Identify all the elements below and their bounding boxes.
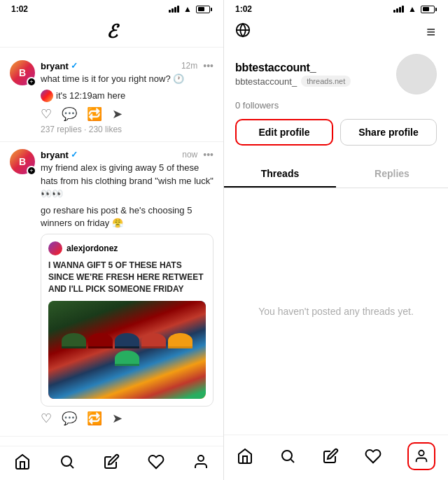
post-2: B + bryant ✓ now ••• my friend a [0,142,223,436]
edit-profile-button[interactable]: Edit profile [235,119,333,146]
reply-avatar-1 [41,90,53,102]
threads-badge: threads.net [301,76,351,87]
battery-icon-right [421,6,437,13]
right-top-bar: ≡ [224,17,448,47]
wifi-icon-right: ▲ [408,4,416,14]
inner-text: I WANNA GIFT 5 OF THESE HATS SINCE WE'RE… [48,260,206,295]
svg-line-6 [291,460,294,463]
nav-heart-left[interactable] [148,453,164,470]
repost-icon-1[interactable]: 🔁 [87,106,102,122]
wifi-icon: ▲ [183,4,192,14]
tab-replies[interactable]: Replies [336,161,448,188]
right-panel: 1:02 ▲ ≡ bbtestaccount_ bbtestaccount_ [224,0,448,480]
nav-search-right[interactable] [279,448,296,465]
nav-heart-right[interactable] [365,448,382,465]
left-top-bar: ℰ [0,17,223,48]
nav-home-right[interactable] [237,448,253,465]
post-text-2a: my friend alex is giving away 5 of these… [41,162,214,200]
avatar-plus-2[interactable]: + [27,166,36,176]
nav-profile-right-active[interactable] [407,442,435,470]
profile-tabs: Threads Replies [224,161,448,188]
profile-section: bbtestaccount_ bbtestaccount_ threads.ne… [224,47,448,153]
avatar-plus-1[interactable]: + [27,77,36,87]
status-bar-left: 1:02 ▲ [0,0,223,17]
profile-handle: bbtestaccount_ [235,76,297,87]
empty-state: You haven't posted any threads yet. [224,188,448,435]
tab-threads[interactable]: Threads [224,161,336,188]
menu-icon[interactable]: ≡ [426,23,437,41]
share-profile-button[interactable]: Share profile [340,119,437,146]
share-icon-2[interactable]: ➤ [112,411,122,426]
avatar-wrap-1: B + [10,60,35,85]
inner-username: alexjordonez [66,243,118,253]
verified-icon-1: ✓ [71,61,78,71]
nav-search-left[interactable] [59,453,76,470]
svg-point-7 [419,451,424,456]
inner-avatar [48,241,62,255]
post-time-2: now [182,150,197,160]
nav-compose-right[interactable] [322,448,339,465]
svg-point-5 [282,451,292,460]
hat-image [48,301,206,399]
nav-profile-left[interactable] [192,453,209,470]
svg-point-2 [198,456,204,461]
profile-buttons: Edit profile Share profile [235,119,437,146]
post-question-1: what time is it for you right now? 🕐 [41,73,214,85]
post-username-2[interactable]: bryant ✓ [41,150,78,160]
profile-avatar [396,54,437,94]
reply-bubble-1: it's 12:19am here [41,90,214,102]
share-icon-1[interactable]: ➤ [112,106,122,122]
bottom-nav-right [224,435,448,480]
post-time-1: 12m [181,61,197,71]
followers-count: 0 followers [235,100,437,111]
post-username-1[interactable]: bryant ✓ [41,61,78,71]
threads-logo: ℰ [106,21,118,43]
verified-icon-2: ✓ [71,150,78,160]
feed-content[interactable]: B + bryant ✓ 12m ••• what time i [0,48,223,446]
status-bar-right: 1:02 ▲ [224,0,448,17]
left-time: 1:02 [11,4,28,14]
svg-line-1 [70,465,73,468]
like-icon-2[interactable]: ♡ [41,411,52,426]
post-actions-1: ♡ 💬 🔁 ➤ [41,106,214,122]
right-time: 1:02 [235,4,252,14]
svg-point-0 [62,456,71,466]
comment-icon-2[interactable]: 💬 [62,411,77,426]
avatar-wrap-2: B + [10,149,35,174]
post-actions-2: ♡ 💬 🔁 ➤ [41,411,214,426]
nav-home-left[interactable] [14,453,31,470]
bottom-nav-left [0,446,223,480]
nav-compose-left[interactable] [103,453,120,470]
post-stats-1: 237 replies · 230 likes [41,125,214,134]
globe-icon[interactable] [235,22,251,41]
comment-icon-1[interactable]: 💬 [62,106,77,122]
post-1: B + bryant ✓ 12m ••• what time i [0,53,223,142]
signal-icon-right [393,6,404,13]
signal-icon [169,6,179,13]
left-panel: 1:02 ▲ ℰ B + [0,0,224,480]
repost-icon-2[interactable]: 🔁 [87,411,102,426]
post-more-2[interactable]: ••• [203,149,214,160]
like-icon-1[interactable]: ♡ [41,106,52,122]
post-more-1[interactable]: ••• [203,60,214,71]
reply-text-1: it's 12:19am here [56,90,125,102]
inner-repost[interactable]: alexjordonez I WANNA GIFT 5 OF THESE HAT… [41,234,214,406]
post-text-2b: go reshare his post & he's choosing 5 wi… [41,204,214,230]
profile-username: bbtestaccount_ [235,62,396,74]
battery-icon [196,6,212,13]
